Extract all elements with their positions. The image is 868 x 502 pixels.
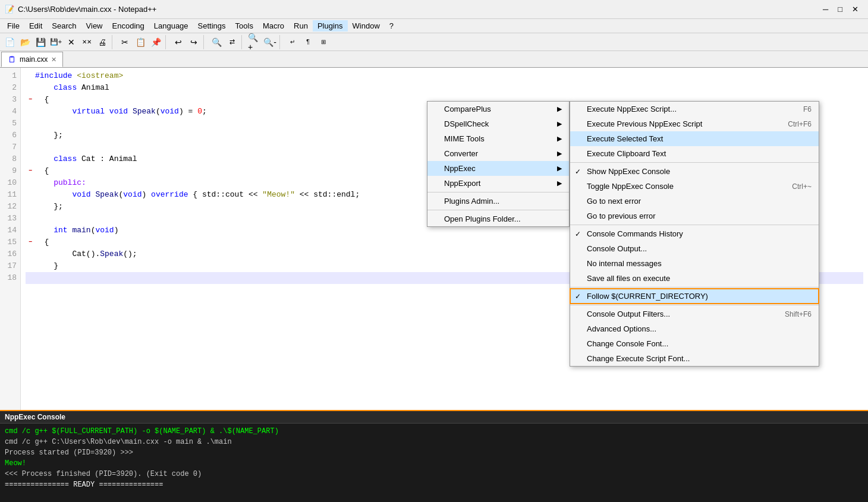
redo-btn[interactable]: ↪ — [187, 35, 201, 49]
find-btn[interactable]: 🔍 — [209, 35, 224, 49]
menu-settings[interactable]: Settings — [193, 20, 231, 31]
plugins-open-folder[interactable]: Open Plugins Folder... — [427, 211, 569, 226]
plugins-nppexport[interactable]: NppExport ▶ — [427, 176, 569, 191]
nppexec-toggle-console[interactable]: Toggle NppExec Console Ctrl+~ — [570, 179, 819, 194]
indent-guide-btn[interactable]: ⊞ — [316, 35, 331, 49]
new-btn[interactable]: 📄 — [2, 35, 17, 49]
follow-dir-check: ✓ — [575, 292, 581, 301]
zoom-in-btn[interactable]: 🔍+ — [247, 35, 262, 49]
change-script-font-label: Change Execute Script Font... — [587, 354, 690, 363]
nppexec-execute-selected[interactable]: Execute Selected Text — [570, 131, 819, 146]
converter-label: Converter — [444, 149, 478, 158]
menu-plugins[interactable]: Plugins — [313, 20, 348, 31]
close-btn[interactable]: ✕ — [847, 5, 863, 14]
output-filters-label: Console Output Filters... — [587, 310, 670, 318]
plugins-dspellcheck[interactable]: DSpellCheck ▶ — [427, 116, 569, 131]
show-all-chars-btn[interactable]: ¶ — [301, 35, 315, 49]
nppexec-execute-prev[interactable]: Execute Previous NppExec Script Ctrl+F6 — [570, 116, 819, 131]
execute-script-label: Execute NppExec Script... — [587, 105, 677, 113]
menu-macro[interactable]: Macro — [258, 20, 289, 31]
menu-search[interactable]: Search — [47, 20, 81, 31]
nppexec-change-font[interactable]: Change Console Font... — [570, 336, 819, 351]
show-console-label: Show NppExec Console — [587, 167, 670, 176]
save-all-label: Save all files on execute — [587, 274, 670, 283]
toggle-console-shortcut: Ctrl+~ — [792, 182, 812, 191]
nppexec-console-output[interactable]: Console Output... — [570, 241, 819, 256]
menu-edit[interactable]: Edit — [24, 20, 47, 31]
nppexec-output-filters[interactable]: Console Output Filters... Shift+F6 — [570, 307, 819, 321]
prev-error-label: Go to previous error — [587, 211, 656, 220]
close-btn2[interactable]: ✕ — [64, 35, 78, 49]
nppexec-dropdown: Execute NppExec Script... F6 Execute Pre… — [570, 101, 819, 367]
tab-bar: 🗒 main.cxx ✕ — [0, 51, 868, 68]
toggle-console-label: Toggle NppExec Console — [587, 182, 674, 191]
nppexec-cmd-history[interactable]: ✓ Console Commands History — [570, 226, 819, 241]
print-btn[interactable]: 🖨 — [95, 35, 109, 49]
nppexec-change-script-font[interactable]: Change Execute Script Font... — [570, 351, 819, 366]
execute-prev-shortcut: Ctrl+F6 — [788, 120, 812, 128]
plugins-converter[interactable]: Converter ▶ — [427, 146, 569, 161]
minimize-btn[interactable]: ─ — [818, 5, 833, 14]
replace-btn[interactable]: ⇄ — [225, 35, 239, 49]
menu-view[interactable]: View — [81, 20, 108, 31]
console-output-label: Console Output... — [587, 244, 647, 253]
plugins-nppexec[interactable]: NppExec ▶ — [427, 161, 569, 176]
plugins-admin[interactable]: Plugins Admin... — [427, 194, 569, 209]
tab-close-btn[interactable]: ✕ — [51, 56, 56, 64]
nppexec-next-error[interactable]: Go to next error — [570, 194, 819, 209]
nppexec-follow-dir[interactable]: ✓ Follow $(CURRENT_DIRECTORY) — [570, 289, 819, 304]
plugins-mime-tools[interactable]: MIME Tools ▶ — [427, 131, 569, 146]
menu-file[interactable]: File — [2, 20, 24, 31]
console-line-3: Process started (PID=3920) >>> — [5, 447, 863, 458]
cmd-history-label: Console Commands History — [587, 229, 683, 238]
menu-run[interactable]: Run — [289, 20, 313, 31]
execute-clipboard-label: Execute Clipboard Text — [587, 149, 666, 158]
dspellcheck-arrow: ▶ — [557, 120, 562, 128]
title-bar: 📝 C:\Users\Rob\dev\main.cxx - Notepad++ … — [0, 0, 868, 19]
no-internal-msg-label: No internal messages — [587, 259, 662, 268]
save-all-btn[interactable]: 💾+ — [49, 35, 63, 49]
dspellcheck-label: DSpellCheck — [444, 119, 489, 128]
plugins-dropdown: ComparePlus ▶ DSpellCheck ▶ MIME Tools ▶… — [427, 101, 570, 227]
nppexec-prev-error[interactable]: Go to previous error — [570, 209, 819, 223]
tab-main-cxx[interactable]: 🗒 main.cxx ✕ — [1, 52, 63, 67]
zoom-out-btn[interactable]: 🔍- — [263, 35, 277, 49]
plugins-sep2 — [427, 210, 569, 210]
tab-label: main.cxx — [20, 55, 48, 64]
line-numbers: 12345 678910 1112131415 161718 — [0, 68, 21, 410]
menu-help[interactable]: ? — [385, 20, 398, 31]
nppexec-show-console[interactable]: ✓ Show NppExec Console — [570, 164, 819, 179]
menu-encoding[interactable]: Encoding — [108, 20, 149, 31]
cut-btn[interactable]: ✂ — [118, 35, 132, 49]
undo-btn[interactable]: ↩ — [171, 35, 185, 49]
console-line-1: cmd /c g++ $(FULL_CURRENT_PATH) -o $(NAM… — [5, 426, 863, 437]
output-filters-shortcut: Shift+F6 — [785, 310, 812, 318]
console-line-6: =============== READY =============== — [5, 479, 863, 490]
nppexec-sep1 — [570, 162, 819, 163]
menu-language[interactable]: Language — [149, 20, 193, 31]
nppexec-execute-script[interactable]: Execute NppExec Script... F6 — [570, 102, 819, 116]
word-wrap-btn[interactable]: ↵ — [285, 35, 300, 49]
main-area: 12345 678910 1112131415 161718 #include … — [0, 68, 868, 502]
console-area: NppExec Console cmd /c g++ $(FULL_CURREN… — [0, 410, 868, 502]
save-btn[interactable]: 💾 — [33, 35, 48, 49]
copy-btn[interactable]: 📋 — [133, 35, 147, 49]
plugins-compareplus[interactable]: ComparePlus ▶ — [427, 102, 569, 116]
console-output[interactable]: cmd /c g++ $(FULL_CURRENT_PATH) -o $(NAM… — [0, 424, 868, 502]
advanced-options-label: Advanced Options... — [587, 324, 656, 333]
nppexec-no-internal-msg[interactable]: No internal messages — [570, 256, 819, 271]
mime-tools-label: MIME Tools — [444, 134, 485, 143]
menu-window[interactable]: Window — [348, 20, 385, 31]
open-btn[interactable]: 📂 — [18, 35, 32, 49]
nppexec-save-all[interactable]: Save all files on execute — [570, 271, 819, 286]
nppexec-sep3 — [570, 287, 819, 288]
tab-icon: 🗒 — [8, 55, 16, 64]
nppexec-advanced-options[interactable]: Advanced Options... — [570, 321, 819, 336]
close-all-btn[interactable]: ✕✕ — [80, 35, 94, 49]
menu-bar: File Edit Search View Encoding Language … — [0, 19, 868, 33]
menu-tools[interactable]: Tools — [231, 20, 258, 31]
code-line-1: #include <iostream> — [26, 70, 863, 82]
nppexec-execute-clipboard[interactable]: Execute Clipboard Text — [570, 146, 819, 161]
paste-btn[interactable]: 📌 — [149, 35, 163, 49]
maximize-btn[interactable]: □ — [833, 5, 847, 14]
